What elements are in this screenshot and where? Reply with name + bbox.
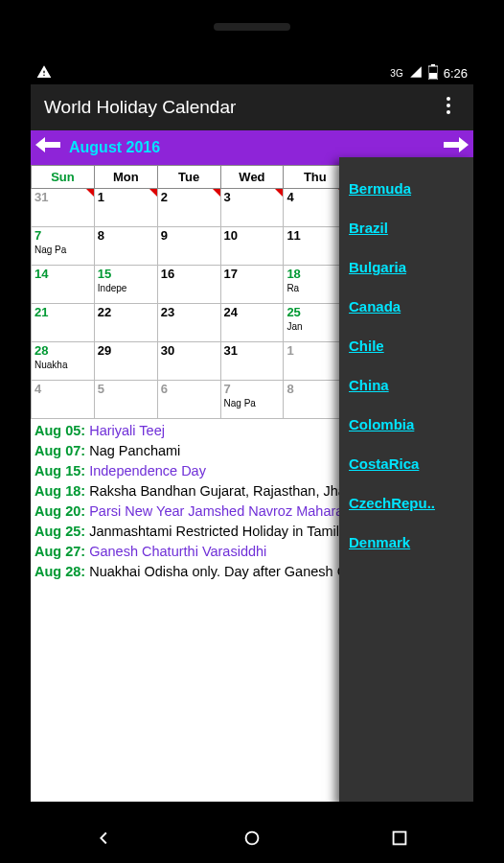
day-header: Sun <box>32 166 95 189</box>
day-number: 3 <box>224 190 231 204</box>
calendar-cell[interactable]: 7Nag Pa <box>32 227 95 266</box>
calendar-cell[interactable]: 3 <box>220 189 284 227</box>
country-item[interactable]: Colombia <box>349 405 464 444</box>
calendar-cell[interactable]: 17 <box>220 266 284 304</box>
event-date: Aug 07: <box>34 443 89 458</box>
day-number: 29 <box>98 343 111 358</box>
day-number: 11 <box>286 228 300 243</box>
country-item[interactable]: Chile <box>349 326 464 365</box>
calendar-cell[interactable]: 30 <box>157 342 220 381</box>
country-item[interactable]: Bermuda <box>349 169 464 208</box>
svg-point-6 <box>246 832 259 845</box>
country-item[interactable]: China <box>349 365 464 405</box>
calendar-cell[interactable]: 1 <box>284 342 347 381</box>
day-number: 10 <box>224 228 238 243</box>
calendar-cell[interactable]: 7Nag Pa <box>220 381 284 419</box>
calendar-cell[interactable]: 8 <box>94 227 157 266</box>
day-number: 18 <box>286 267 300 281</box>
recent-button[interactable] <box>389 828 410 852</box>
country-item[interactable]: Bulgaria <box>349 247 464 287</box>
day-number: 14 <box>34 267 48 281</box>
calendar-cell[interactable]: 21 <box>32 304 95 342</box>
event-date: Aug 27: <box>34 544 89 559</box>
day-number: 4 <box>286 190 293 204</box>
country-item[interactable]: Canada <box>349 287 464 326</box>
calendar-cell[interactable]: 24 <box>220 304 284 342</box>
calendar-cell[interactable]: 23 <box>157 304 220 342</box>
day-number: 25 <box>286 305 300 319</box>
calendar-cell[interactable]: 28Nuakha <box>32 342 95 381</box>
day-header: Thu <box>284 166 347 189</box>
day-number: 7 <box>224 382 231 396</box>
calendar-cell[interactable]: 25Jan <box>284 304 347 342</box>
calendar-cell[interactable]: 15Indepe <box>94 266 157 304</box>
day-event-label: Ra <box>286 283 343 293</box>
clock-text: 6:26 <box>444 66 468 81</box>
calendar-cell[interactable]: 16 <box>157 266 220 304</box>
back-button[interactable] <box>94 828 115 852</box>
calendar-cell[interactable]: 31 <box>220 342 284 381</box>
day-event-label: Nag Pa <box>34 245 91 255</box>
day-number: 21 <box>34 305 48 319</box>
country-item[interactable]: CzechRepu.. <box>349 483 464 523</box>
day-event-label: Jan <box>286 321 343 332</box>
country-item[interactable]: CostaRica <box>349 444 464 483</box>
country-item[interactable]: Denmark <box>349 523 464 562</box>
svg-point-3 <box>447 97 450 101</box>
calendar-cell[interactable]: 9 <box>157 227 220 266</box>
day-number: 8 <box>286 382 293 396</box>
day-number: 6 <box>161 382 168 396</box>
country-dropdown[interactable]: BermudaBrazilBulgariaCanadaChileChinaCol… <box>339 157 473 802</box>
day-header: Mon <box>94 166 157 189</box>
event-description: Ganesh Chaturthi Varasiddhi <box>89 544 266 559</box>
day-number: 31 <box>34 190 48 204</box>
calendar-cell[interactable]: 5 <box>94 381 157 419</box>
prev-month-button[interactable] <box>34 135 61 160</box>
day-number: 7 <box>34 228 41 243</box>
day-event-label: Nuakha <box>34 360 91 370</box>
country-item[interactable]: Brazil <box>349 208 464 247</box>
calendar-cell[interactable]: 6 <box>157 381 220 419</box>
event-description: Independence Day <box>89 463 206 478</box>
calendar-cell[interactable]: 29 <box>94 342 157 381</box>
event-date: Aug 28: <box>34 564 89 579</box>
svg-rect-7 <box>394 832 406 845</box>
network-label: 3G <box>390 68 402 79</box>
calendar-cell[interactable]: 22 <box>94 304 157 342</box>
overflow-menu-icon[interactable] <box>437 97 460 119</box>
home-button[interactable] <box>241 828 263 852</box>
day-number: 16 <box>161 267 174 281</box>
calendar-cell[interactable]: 31 <box>32 189 95 227</box>
day-number: 1 <box>286 343 293 358</box>
warning-icon <box>36 64 52 82</box>
status-bar: 3G 6:26 <box>31 61 473 84</box>
calendar-cell[interactable]: 18Ra <box>284 266 347 304</box>
calendar-cell[interactable]: 4 <box>284 189 347 227</box>
app-title: World Holiday Calendar <box>44 97 236 118</box>
battery-icon <box>428 64 438 82</box>
app-bar: World Holiday Calendar <box>31 84 473 130</box>
day-number: 5 <box>98 382 104 396</box>
day-number: 28 <box>34 343 48 358</box>
svg-point-5 <box>447 110 450 114</box>
calendar-cell[interactable]: 4 <box>32 381 95 419</box>
month-title: August 2016 <box>61 139 443 156</box>
calendar-cell[interactable]: 8 <box>284 381 347 419</box>
event-date: Aug 25: <box>34 524 89 539</box>
day-header: Tue <box>157 166 220 189</box>
day-number: 1 <box>98 190 104 204</box>
android-navbar <box>31 817 473 863</box>
day-number: 17 <box>224 267 238 281</box>
signal-icon <box>409 65 423 82</box>
calendar-cell[interactable]: 1 <box>94 189 157 227</box>
calendar-cell[interactable]: 10 <box>220 227 284 266</box>
day-number: 2 <box>161 190 168 204</box>
svg-rect-1 <box>431 64 435 66</box>
calendar-cell[interactable]: 2 <box>157 189 220 227</box>
day-number: 31 <box>224 343 238 358</box>
day-number: 22 <box>98 305 111 319</box>
svg-point-4 <box>447 104 450 107</box>
calendar-cell[interactable]: 11 <box>284 227 347 266</box>
calendar-cell[interactable]: 14 <box>32 266 95 304</box>
event-date: Aug 20: <box>34 503 89 519</box>
